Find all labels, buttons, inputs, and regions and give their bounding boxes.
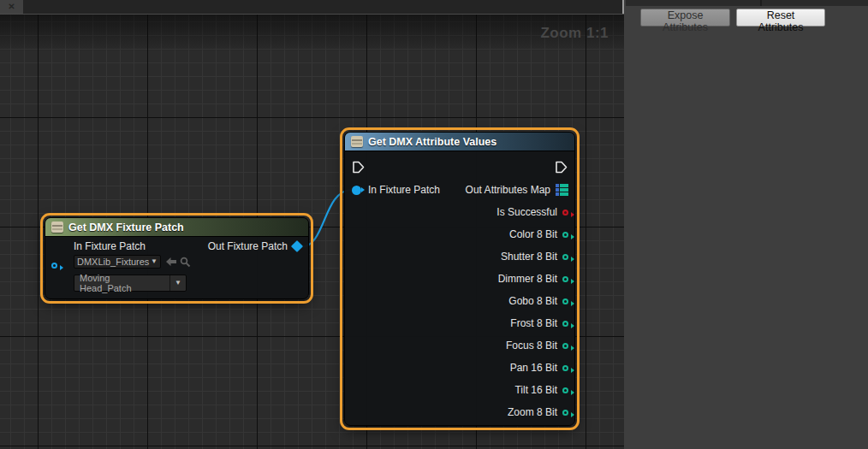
node-header-attribute-values[interactable]: Get DMX Attribute Values bbox=[345, 133, 574, 151]
pin-pan-16-bit[interactable] bbox=[562, 365, 568, 371]
pin-gobo-8-bit[interactable] bbox=[562, 298, 568, 304]
node-title: Get DMX Fixture Patch bbox=[68, 222, 184, 233]
node-get-dmx-fixture-patch: Get DMX Fixture Patch In Fixture Patch O… bbox=[45, 217, 309, 299]
output-pin-label: Out Attributes Map bbox=[466, 184, 550, 196]
pin-in-fixture-patch-connected[interactable] bbox=[352, 186, 361, 195]
output-pin-label: Dimmer 8 Bit bbox=[498, 273, 557, 285]
node-body: In Fixture Patch Out Fixture Patch DMXLi… bbox=[45, 237, 308, 252]
output-pin-label: Zoom 8 Bit bbox=[508, 406, 557, 418]
output-pin-label: Gobo 8 Bit bbox=[508, 295, 557, 307]
use-selected-asset-icon[interactable] bbox=[165, 257, 177, 267]
function-node-icon bbox=[51, 222, 63, 233]
output-pin-label: Frost 8 Bit bbox=[510, 317, 557, 329]
pin-shutter-8-bit[interactable] bbox=[562, 254, 568, 260]
details-panel: Expose Attributes Reset Attributes bbox=[626, 0, 868, 449]
chevron-down-icon: ▼ bbox=[151, 258, 158, 265]
chevron-down-icon: ▼ bbox=[175, 280, 181, 287]
graph-editor: ✕ Zoom 1:1 Get DMX Fixture Patch In Fixt… bbox=[0, 0, 624, 449]
pin-tilt-16-bit[interactable] bbox=[562, 387, 568, 393]
pin-out-attributes-map[interactable] bbox=[556, 184, 568, 196]
graph-tab-bar: ✕ bbox=[0, 0, 622, 14]
output-pin-label: Focus 8 Bit bbox=[506, 340, 557, 352]
graph-canvas[interactable]: Zoom 1:1 Get DMX Fixture Patch In Fixtur… bbox=[0, 14, 624, 449]
patch-dropdown-value: Moving Head_Patch bbox=[74, 273, 169, 293]
output-pin-row: Tilt 16 Bit bbox=[345, 379, 574, 401]
output-pin-row: Shutter 8 Bit bbox=[345, 245, 574, 268]
output-pin-row: Pan 16 Bit bbox=[345, 357, 574, 379]
output-pin-row: Dimmer 8 Bit bbox=[345, 268, 574, 290]
node-header-fixture-patch[interactable]: Get DMX Fixture Patch bbox=[45, 218, 308, 237]
pin-frost-8-bit[interactable] bbox=[562, 321, 568, 327]
output-pin-row: Focus 8 Bit bbox=[345, 334, 574, 357]
pin-color-8-bit[interactable] bbox=[562, 232, 568, 238]
output-pin-label: Color 8 Bit bbox=[509, 228, 557, 240]
output-pin-row: Frost 8 Bit bbox=[345, 312, 574, 334]
pin-is-successful[interactable] bbox=[562, 210, 568, 216]
output-pin-label: Is Successful bbox=[496, 206, 557, 218]
library-dropdown[interactable]: DMXLib_Fixtures ▼ bbox=[74, 255, 161, 269]
zoom-level-label: Zoom 1:1 bbox=[540, 25, 609, 42]
expose-attributes-button[interactable]: Expose Attributes bbox=[640, 9, 730, 27]
output-pin-label: Tilt 16 Bit bbox=[514, 384, 557, 396]
output-pin-row: Gobo 8 Bit bbox=[345, 290, 574, 312]
exec-pin-out[interactable] bbox=[555, 161, 568, 174]
exec-pin-in[interactable] bbox=[352, 161, 365, 174]
pin-zoom-8-bit[interactable] bbox=[562, 410, 568, 416]
pin-out-fixture-patch[interactable] bbox=[291, 240, 303, 252]
close-icon[interactable]: ✕ bbox=[8, 3, 15, 11]
reset-attributes-button[interactable]: Reset Attributes bbox=[736, 9, 825, 27]
output-pin-label: Shutter 8 Bit bbox=[501, 251, 557, 263]
output-pin-row: Color 8 Bit bbox=[345, 223, 574, 245]
panel-divider bbox=[760, 0, 762, 6]
node-get-dmx-attribute-values: Get DMX Attribute Values bbox=[344, 132, 575, 426]
output-pin-row: Zoom 8 Bit bbox=[345, 401, 574, 423]
pin-label-out-fixture-patch: Out Fixture Patch bbox=[208, 240, 288, 252]
pin-dimmer-8-bit[interactable] bbox=[562, 276, 568, 282]
function-node-icon bbox=[351, 136, 363, 147]
node-body: In Fixture Patch Out Attributes Map Is S… bbox=[345, 151, 574, 423]
pin-focus-8-bit[interactable] bbox=[562, 343, 568, 349]
panel-top-strip bbox=[626, 0, 868, 6]
output-pin-label: Pan 16 Bit bbox=[510, 362, 557, 374]
node-title: Get DMX Attribute Values bbox=[368, 136, 496, 148]
patch-dropdown[interactable]: Moving Head_Patch ▼ bbox=[74, 275, 187, 292]
library-dropdown-value: DMXLib_Fixtures bbox=[77, 257, 149, 267]
output-pin-row: Is Successful bbox=[345, 201, 574, 223]
browse-asset-icon[interactable] bbox=[180, 257, 191, 268]
pin-label-in-fixture-patch: In Fixture Patch bbox=[368, 184, 440, 196]
attribute-outputs: In Fixture Patch Out Attributes Map Is S… bbox=[345, 179, 574, 423]
dmx-blueprint-editor: ✕ Zoom 1:1 Get DMX Fixture Patch In Fixt… bbox=[0, 0, 868, 449]
graph-tab[interactable]: ✕ bbox=[0, 0, 23, 14]
pin-in-fixture-patch[interactable] bbox=[51, 263, 57, 269]
pin-label-in-fixture-patch: In Fixture Patch bbox=[74, 240, 146, 252]
